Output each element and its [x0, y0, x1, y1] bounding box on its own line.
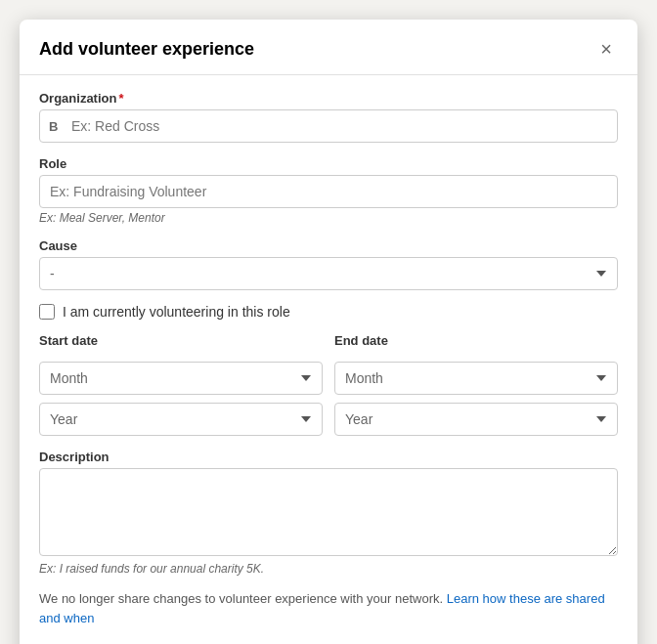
description-label: Description	[39, 450, 618, 464]
modal-title: Add volunteer experience	[39, 39, 254, 60]
currently-volunteering-label[interactable]: I am currently volunteering in this role	[63, 304, 290, 320]
start-date-label: Start date	[39, 333, 323, 348]
start-date-col: Start date	[39, 333, 323, 354]
modal-header: Add volunteer experience ×	[20, 20, 637, 75]
cause-group: Cause - Animal Welfare Arts and Culture …	[39, 238, 618, 290]
organization-label: Organization*	[39, 91, 618, 106]
description-textarea[interactable]	[39, 468, 618, 556]
role-input[interactable]	[39, 175, 618, 208]
start-month-wrapper: Month JanuaryFebruaryMarch AprilMayJune …	[39, 362, 323, 395]
date-labels-row: Start date End date	[39, 333, 618, 354]
currently-volunteering-group: I am currently volunteering in this role	[39, 304, 618, 320]
close-button[interactable]: ×	[594, 37, 618, 61]
organization-group: Organization* B	[39, 91, 618, 143]
organization-input[interactable]	[39, 109, 618, 143]
end-date-col: End date	[334, 333, 618, 354]
end-date-label: End date	[334, 333, 618, 348]
add-volunteer-modal: Add volunteer experience × Organization*…	[20, 20, 637, 644]
info-static-text: We no longer share changes to volunteer …	[39, 591, 443, 606]
start-month-select[interactable]: Month JanuaryFebruaryMarch AprilMayJune …	[39, 362, 323, 395]
start-year-select[interactable]: Year 202420232022 202120202019 201820172…	[39, 403, 323, 436]
modal-body: Organization* B Role Ex: Meal Server, Me…	[20, 75, 637, 643]
info-text: We no longer share changes to volunteer …	[39, 589, 618, 627]
role-hint: Ex: Meal Server, Mentor	[39, 211, 618, 225]
end-month-select[interactable]: Month JanuaryFebruaryMarch AprilMayJune …	[334, 362, 618, 395]
organization-icon: B	[49, 119, 58, 134]
currently-volunteering-checkbox[interactable]	[39, 304, 55, 320]
organization-input-wrapper: B	[39, 109, 618, 143]
month-selects-row: Month JanuaryFebruaryMarch AprilMayJune …	[39, 362, 618, 395]
cause-select[interactable]: - Animal Welfare Arts and Culture Childr…	[39, 257, 618, 290]
role-group: Role Ex: Meal Server, Mentor	[39, 156, 618, 225]
description-group: Description Ex: I raised funds for our a…	[39, 450, 618, 576]
role-label: Role	[39, 156, 618, 171]
cause-select-wrapper: - Animal Welfare Arts and Culture Childr…	[39, 257, 618, 290]
year-selects-row: Year 202420232022 202120202019 201820172…	[39, 403, 618, 436]
cause-label: Cause	[39, 238, 618, 253]
end-year-wrapper: Year 202420232022 202120202019 201820172…	[334, 403, 618, 436]
description-hint: Ex: I raised funds for our annual charit…	[39, 562, 618, 576]
end-month-wrapper: Month JanuaryFebruaryMarch AprilMayJune …	[334, 362, 618, 395]
end-year-select[interactable]: Year 202420232022 202120202019 201820172…	[334, 403, 618, 436]
start-year-wrapper: Year 202420232022 202120202019 201820172…	[39, 403, 323, 436]
